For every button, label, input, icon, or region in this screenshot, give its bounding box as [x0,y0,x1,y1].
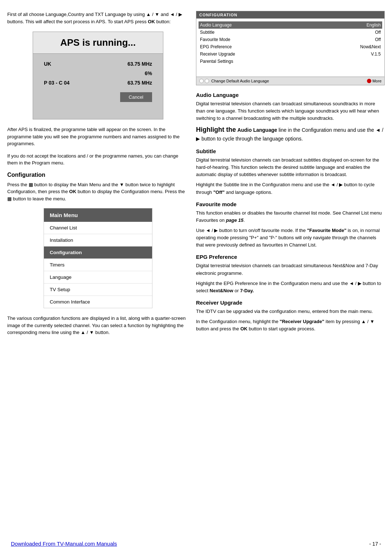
aps-row1-value: 63.75 MHz [127,61,152,67]
footer-change-label: Change Default Audio Language [211,79,269,83]
config-label-epg: EPG Preference [200,44,232,49]
aps-title: APS is running... [60,37,136,48]
after-aps-para1: After APS is finalized, the programme ta… [7,126,189,147]
config-label-receiver: Receiver Upgrade [200,52,235,57]
config-value-subtitle: Off [375,30,381,35]
subtitle-para-2: Highlight the Subtitle line in the Confi… [196,181,385,196]
menu-item-installation[interactable]: Installation [44,234,152,247]
menu-item-timers[interactable]: Timers [44,259,152,271]
highlight-big-text: Highlight the [196,126,236,133]
page-footer: Downloaded From TV-Manual.com Manuals - … [0,541,392,547]
aps-row2-label: P 03 - C 04 [44,80,70,86]
config-screen-footer: Change Default Audio Language More [196,77,384,85]
config-screen-box: CONFIGURATION Audio Language English Sub… [196,11,385,85]
audio-para-1: Digital terrestrial television channels … [196,100,385,122]
configuration-heading: Configuration [7,172,189,178]
config-row-subtitle: Subtitle Off [200,29,381,36]
section-title-favourite: Favourite mode [196,201,385,207]
config-row-audio-language: Audio Language English [199,21,382,29]
intro-text: First of all choose Language,Country and… [7,11,189,25]
aps-row2-value: 63.75 MHz [127,80,152,86]
menu-item-common-interface[interactable]: Common Interface [44,296,152,308]
receiver-para-1: The IDTV can be upgraded via the configu… [196,308,385,315]
config-value-receiver: V.1.5 [371,52,381,57]
config-label-audio: Audio Language [200,23,232,28]
footer-more-label: More [372,79,381,83]
section-title-receiver: Receiver Upgrade [196,300,385,306]
favourite-para-1: This function enables or disables the fa… [196,209,385,224]
main-menu-box: Main Menu Channel List Installation Conf… [44,208,152,308]
footer-link[interactable]: Downloaded From TV-Manual.com Manuals [11,541,117,547]
section-title-audio: Audio Language [196,92,385,98]
favourite-para-2: Use ◄ / ▶ button to turn on/off favourit… [196,227,385,249]
aps-running-box: APS is running... UK 63.75 MHz 6% P 03 -… [33,32,163,119]
right-column: CONFIGURATION Audio Language English Sub… [196,11,385,543]
config-row-epg: EPG Preference Now&Next [200,43,381,50]
aps-row-2: P 03 - C 04 63.75 MHz [44,80,152,86]
subtitle-para-1: Digital terrestrial television channels … [196,156,385,178]
left-column: First of all choose Language,Country and… [7,11,189,543]
dot-red-icon [367,79,371,83]
receiver-para-2: In the Configuration menu, highlight the… [196,318,385,333]
config-value-audio: English [367,23,381,28]
config-value-epg: Now&Next [360,44,381,49]
config-row-favourite: Favourite Mode Off [200,36,381,43]
menu-item-language[interactable]: Language [44,271,152,284]
circle-icon-1 [199,79,204,83]
section-title-epg: EPG Preference [196,254,385,260]
menu-item-channel-list[interactable]: Channel List [44,222,152,234]
config-screen-body: Audio Language English Subtitle Off Favo… [196,19,384,77]
config-label-subtitle: Subtitle [200,30,215,35]
aps-cancel-button[interactable]: Cancel [120,92,152,102]
after-aps-para2: If you do not accept the locations and /… [7,152,189,167]
aps-body: UK 63.75 MHz 6% P 03 - C 04 63.75 MHz Ca… [33,54,163,119]
epg-para-2: Highlight the EPG Preference line in the… [196,280,385,294]
bottom-text: The various configuration functions are … [7,315,189,336]
aps-title-row: APS is running... [33,32,163,54]
footer-circles [199,79,209,83]
aps-cancel-row: Cancel [44,92,152,102]
aps-row-1: UK 63.75 MHz [44,61,152,67]
footer-more: More [367,79,381,83]
menu-item-configuration[interactable]: Configuration [44,247,152,259]
aps-progress: 6% [44,70,152,76]
aps-row1-label: UK [44,61,51,67]
epg-para-1: Digital terrestrial television channels … [196,262,385,277]
config-row-receiver: Receiver Upgrade V.1.5 [200,50,381,58]
section-title-subtitle: Subtitle [196,148,385,154]
config-value-favourite: Off [375,37,381,42]
menu-item-tv-setup[interactable]: TV Setup [44,284,152,296]
config-label-favourite: Favourite Mode [200,37,230,42]
circle-icon-2 [205,79,209,83]
config-screen-header: CONFIGURATION [196,11,384,19]
main-menu-header: Main Menu [44,208,152,222]
config-label-parental: Parental Settings [200,59,233,64]
audio-highlight: Highlight the Audio Language line in the… [196,125,385,143]
configuration-intro: Press the ▩ button to display the Main M… [7,181,189,203]
config-row-parental: Parental Settings [200,58,381,65]
page-number: - 17 - [369,541,381,547]
